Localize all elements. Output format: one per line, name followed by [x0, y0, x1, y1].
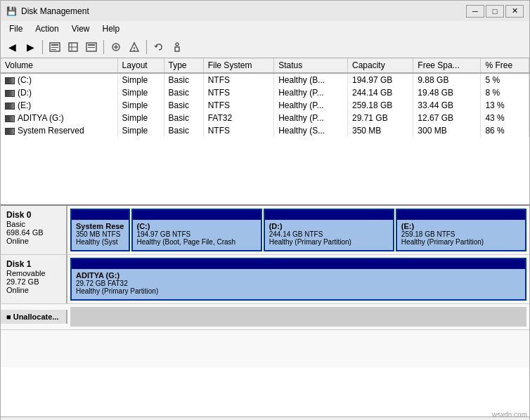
table-row[interactable]: (D:) Simple Basic NTFS Healthy (P... 244…	[1, 86, 529, 99]
minimize-button[interactable]: ─	[466, 5, 484, 18]
toolbar-separator-1	[42, 40, 43, 54]
partition-status: Healthy (Primary Partition)	[269, 238, 389, 246]
status-bar	[0, 417, 530, 420]
cell-volume: (E:)	[1, 99, 117, 112]
cell-pct: 8 %	[481, 86, 529, 99]
partition-label: ADITYA (G:)	[76, 271, 521, 280]
table-row[interactable]: (C:) Simple Basic NTFS Healthy (B... 194…	[1, 73, 529, 86]
partition-header	[72, 259, 525, 269]
toolbar-btn-undo[interactable]	[150, 39, 167, 55]
partition-header	[397, 210, 525, 220]
drive-icon	[5, 115, 15, 122]
cell-volume: (D:)	[1, 86, 117, 99]
menu-help[interactable]: Help	[97, 22, 126, 35]
disk0-row: Disk 0 Basic 698.64 GB Online System Res…	[1, 206, 529, 255]
cell-status: Healthy (S...	[274, 124, 348, 137]
partition-status: Healthy (Syst	[76, 238, 124, 246]
partition-header	[133, 210, 261, 220]
toolbar-btn-7[interactable]	[126, 39, 143, 55]
toolbar-btn-properties[interactable]	[169, 39, 186, 55]
cell-free: 12.67 GB	[413, 112, 481, 124]
cell-capacity: 194.97 GB	[347, 73, 413, 86]
cell-status: Healthy (B...	[274, 73, 348, 86]
col-type[interactable]: Type	[164, 58, 203, 73]
partition-label: System Rese	[76, 222, 124, 230]
toolbar: ◀ ▶	[0, 37, 530, 58]
toolbar-btn-5[interactable]	[83, 39, 100, 55]
unallocated-block	[70, 307, 526, 327]
table-row[interactable]: System Reserved Simple Basic NTFS Health…	[1, 124, 529, 137]
col-status[interactable]: Status	[274, 58, 348, 73]
toolbar-separator-2	[103, 40, 104, 54]
svg-rect-2	[51, 47, 58, 48]
disk0-size: 698.64 GB	[6, 228, 60, 237]
partition-label: (C:)	[137, 222, 257, 230]
forward-button[interactable]: ▶	[22, 39, 39, 55]
cell-fs: NTFS	[203, 124, 273, 137]
table-row[interactable]: ADITYA (G:) Simple Basic FAT32 Healthy (…	[1, 112, 529, 124]
table-area[interactable]: Volume Layout Type File System Status Ca…	[1, 58, 529, 206]
maximize-button[interactable]: □	[486, 5, 504, 18]
back-button[interactable]: ◀	[4, 39, 20, 55]
cell-status: Healthy (P...	[274, 86, 348, 99]
toolbar-btn-4[interactable]	[65, 39, 82, 55]
cell-type: Basic	[164, 124, 203, 137]
title-bar: 💾 Disk Management ─ □ ✕	[0, 0, 530, 21]
volumes-table: Volume Layout Type File System Status Ca…	[1, 58, 529, 137]
disk1-label: Disk 1 Removable 29.72 GB Online	[1, 255, 67, 303]
window-title: Disk Management	[21, 6, 89, 16]
toolbar-btn-6[interactable]	[108, 39, 124, 55]
disk1-partitions: ADITYA (G:) 29.72 GB FAT32 Healthy (Prim…	[67, 255, 529, 303]
watermark: wsxdn.com	[492, 411, 527, 419]
cell-pct: 5 %	[481, 73, 529, 86]
partition-c[interactable]: (C:) 194.97 GB NTFS Healthy (Boot, Page …	[131, 209, 262, 251]
table-row[interactable]: (E:) Simple Basic NTFS Healthy (P... 259…	[1, 99, 529, 112]
cell-capacity: 29.71 GB	[347, 112, 413, 124]
disk1-name: Disk 1	[6, 259, 60, 269]
svg-rect-3	[51, 49, 56, 50]
cell-layout: Simple	[117, 99, 164, 112]
cell-pct: 13 %	[481, 99, 529, 112]
svg-rect-8	[88, 44, 95, 46]
disk1-row: Disk 1 Removable 29.72 GB Online ADITYA …	[1, 255, 529, 304]
menu-file[interactable]: File	[4, 22, 28, 35]
close-button[interactable]: ✕	[505, 5, 524, 18]
menu-action[interactable]: Action	[30, 22, 64, 35]
cell-layout: Simple	[117, 124, 164, 137]
col-layout[interactable]: Layout	[117, 58, 164, 73]
disk0-label: Disk 0 Basic 698.64 GB Online	[1, 206, 67, 254]
col-pctfree[interactable]: % Free	[481, 58, 529, 73]
window-controls: ─ □ ✕	[466, 5, 524, 18]
svg-rect-1	[51, 44, 58, 46]
partition-size: 350 MB NTFS	[76, 230, 124, 238]
cell-fs: NTFS	[203, 73, 273, 86]
partition-system-reserved[interactable]: System Rese 350 MB NTFS Healthy (Syst	[70, 209, 130, 251]
disk1-type: Removable	[6, 269, 60, 277]
svg-rect-9	[88, 47, 95, 48]
disk0-partitions: System Rese 350 MB NTFS Healthy (Syst (C…	[67, 206, 529, 254]
col-capacity[interactable]: Capacity	[347, 58, 413, 73]
disk-map-area: Disk 0 Basic 698.64 GB Online System Res…	[1, 206, 529, 367]
menu-view[interactable]: View	[66, 22, 96, 35]
cell-capacity: 244.14 GB	[347, 86, 413, 99]
partition-header	[265, 210, 393, 220]
drive-icon	[5, 128, 15, 135]
toolbar-btn-3[interactable]	[46, 39, 63, 55]
col-volume[interactable]: Volume	[1, 58, 117, 73]
cell-free: 9.88 GB	[413, 73, 481, 86]
col-freespace[interactable]: Free Spa...	[413, 58, 481, 73]
col-filesystem[interactable]: File System	[203, 58, 273, 73]
partition-e[interactable]: (E:) 259.18 GB NTFS Healthy (Primary Par…	[396, 209, 526, 251]
cell-status: Healthy (P...	[274, 112, 348, 124]
partition-size: 244.14 GB NTFS	[269, 230, 389, 238]
partition-g[interactable]: ADITYA (G:) 29.72 GB FAT32 Healthy (Prim…	[70, 258, 526, 301]
toolbar-separator-3	[146, 40, 147, 54]
disk0-name: Disk 0	[6, 210, 60, 220]
partition-d[interactable]: (D:) 244.14 GB NTFS Healthy (Primary Par…	[264, 209, 394, 251]
cell-layout: Simple	[117, 73, 164, 86]
cell-fs: NTFS	[203, 86, 273, 99]
cell-status: Healthy (P...	[274, 99, 348, 112]
svg-point-14	[134, 50, 135, 51]
cell-free: 300 MB	[413, 124, 481, 137]
disk0-type: Basic	[6, 220, 60, 228]
